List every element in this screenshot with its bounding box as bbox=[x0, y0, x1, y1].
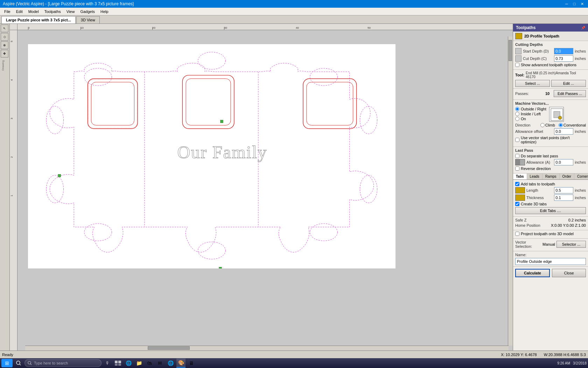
tab-tabs[interactable]: Tabs bbox=[513, 173, 527, 179]
tool-pan[interactable]: ✥ bbox=[1, 50, 8, 57]
edit-tabs-button[interactable]: Edit Tabs .... bbox=[515, 207, 586, 214]
tool-select[interactable]: ↖ bbox=[1, 25, 8, 32]
start-button[interactable]: ⊞ bbox=[1, 359, 13, 367]
start-depth-label: Start Depth (D) bbox=[523, 49, 553, 53]
tabs-length-row: Length inches bbox=[515, 187, 586, 193]
taskbar-time: 9:26 AM bbox=[557, 361, 570, 365]
taskbar-search-button[interactable] bbox=[14, 359, 23, 368]
taskbar-app-edge[interactable]: 🌐 bbox=[124, 359, 133, 368]
allowance-row: Allowance offset inches bbox=[515, 128, 586, 135]
conventional-radio[interactable] bbox=[559, 123, 563, 127]
last-pass-allowance-label: Allowance (A) bbox=[526, 160, 553, 164]
tabs-content: Add tabs to toolpath Length inches Thick… bbox=[513, 180, 588, 216]
outside-right-radio[interactable] bbox=[515, 107, 519, 111]
machine-vectors-layout: Outside / Right Inside / Left On bbox=[515, 107, 586, 122]
menu-file[interactable]: File bbox=[1, 9, 13, 14]
taskbar-search-text: Type here to search bbox=[34, 361, 68, 365]
horizontal-scrollbar[interactable] bbox=[25, 346, 509, 350]
menu-edit[interactable]: Edit bbox=[13, 9, 26, 14]
tool-zoom[interactable]: ⊕ bbox=[1, 41, 8, 49]
machine-vectors-section: Machine Vectors... Outside / Right Insid… bbox=[513, 100, 588, 147]
taskbar-voice-icon[interactable]: 🎙 bbox=[103, 359, 112, 368]
cut-depth-unit: inches bbox=[575, 56, 586, 61]
close-button[interactable]: ✕ bbox=[579, 1, 585, 7]
profile-title: 2D Profile Toolpath bbox=[524, 34, 559, 38]
inside-left-label: Inside / Left bbox=[521, 112, 541, 116]
add-tabs-checkbox[interactable] bbox=[515, 182, 519, 186]
select-tool-button[interactable]: Select ... bbox=[515, 80, 550, 87]
cutting-depths-title: Cutting Depths bbox=[515, 42, 586, 47]
tabs-thickness-label: Thickness bbox=[526, 196, 553, 200]
tool-buttons-row: Select ... Edit ... bbox=[515, 80, 586, 87]
close-button[interactable]: Close bbox=[552, 269, 586, 277]
vertical-scrollbar[interactable] bbox=[508, 36, 513, 346]
allowance-input[interactable] bbox=[554, 128, 573, 135]
reverse-direction-checkbox[interactable] bbox=[515, 166, 519, 171]
taskbar-app-misc[interactable]: 🖥 bbox=[187, 359, 196, 368]
passes-label: Passes: bbox=[515, 91, 544, 96]
create-3d-tabs-row: Create 3D tabs bbox=[515, 202, 586, 206]
taskbar-app-aspire[interactable]: 🎨 bbox=[176, 359, 186, 368]
window-controls: ─ □ ✕ bbox=[564, 1, 585, 7]
vector-start-points-checkbox[interactable] bbox=[515, 138, 519, 142]
selector-button[interactable]: Selector ... bbox=[556, 241, 586, 248]
tab-ramps[interactable]: Ramps bbox=[542, 173, 560, 179]
ruler-corner bbox=[10, 24, 18, 30]
create-3d-tabs-checkbox[interactable] bbox=[515, 202, 519, 206]
inside-left-radio[interactable] bbox=[515, 112, 519, 116]
hscroll-thumb[interactable] bbox=[148, 346, 190, 350]
climb-radio[interactable] bbox=[540, 123, 545, 127]
advanced-options-row: Show advanced toolpath options bbox=[515, 63, 586, 67]
tabbar: Large Puzzle piece with 3 7x5 pict... 3D… bbox=[0, 15, 588, 24]
status-ready: Ready bbox=[2, 353, 13, 357]
home-position-label: Home Position bbox=[515, 223, 550, 227]
tool-row: Tool: End Mill (0.25 inch)Amanda Tool 46… bbox=[515, 71, 586, 79]
tab-order[interactable]: Order bbox=[560, 173, 575, 179]
start-depth-input[interactable] bbox=[554, 48, 573, 54]
taskbar-app-mail[interactable]: ✉ bbox=[155, 359, 164, 368]
minimize-button[interactable]: ─ bbox=[564, 1, 570, 7]
tab-leads[interactable]: Leads bbox=[527, 173, 542, 179]
reverse-direction-label: Reverse direction bbox=[521, 166, 551, 171]
tab-3dview[interactable]: 3D View bbox=[76, 16, 100, 23]
on-radio[interactable] bbox=[515, 117, 519, 121]
canvas-content[interactable]: Our Family ... bbox=[18, 30, 513, 350]
maximize-button[interactable]: □ bbox=[571, 1, 578, 7]
advanced-options-checkbox[interactable] bbox=[515, 63, 519, 67]
cut-depth-input[interactable] bbox=[554, 55, 573, 62]
menu-toolpaths[interactable]: Toolpaths bbox=[42, 9, 64, 14]
taskbar-app-folder[interactable]: 📁 bbox=[134, 359, 144, 368]
last-pass-allowance-row: Allowance (A) inches bbox=[515, 159, 586, 165]
svg-rect-22 bbox=[58, 174, 61, 177]
tool-value: End Mill (0.25 inch)Amanda Tool 46170 bbox=[526, 71, 586, 79]
taskbar-app-taskview[interactable] bbox=[113, 359, 122, 368]
cut-depth-row: Cut Depth (C) inches bbox=[515, 55, 586, 62]
menu-model[interactable]: Model bbox=[26, 9, 42, 14]
menu-view[interactable]: View bbox=[64, 9, 78, 14]
taskbar-app-store[interactable]: 🛍 bbox=[145, 359, 154, 368]
panel-pin-icon[interactable]: 📌 bbox=[581, 26, 585, 30]
last-pass-allowance-unit: inches bbox=[575, 160, 586, 164]
edit-passes-button[interactable]: Edit Passes ... bbox=[554, 90, 586, 97]
profile-icon bbox=[515, 33, 522, 39]
name-input[interactable] bbox=[515, 258, 586, 265]
calculate-button[interactable]: Calculate bbox=[515, 269, 550, 277]
separate-last-pass-checkbox[interactable] bbox=[515, 154, 519, 158]
vscroll-thumb[interactable] bbox=[509, 40, 512, 61]
edit-tool-button[interactable]: Edit ... bbox=[551, 80, 586, 87]
taskbar-search-box[interactable]: Type here to search bbox=[24, 359, 102, 367]
menu-help[interactable]: Help bbox=[98, 9, 111, 14]
last-pass-allowance-input[interactable] bbox=[554, 159, 573, 165]
menu-gadgets[interactable]: Gadgets bbox=[77, 9, 98, 14]
tabs-thickness-input[interactable] bbox=[554, 195, 573, 201]
svg-line-30 bbox=[20, 364, 21, 365]
tabs-length-input[interactable] bbox=[554, 187, 573, 193]
tab-main[interactable]: Large Puzzle piece with 3 7x5 pict... bbox=[1, 16, 76, 23]
tab-corners[interactable]: Corners bbox=[574, 173, 588, 179]
tool-node[interactable]: ◇ bbox=[1, 33, 8, 41]
tabs-length-unit: inches bbox=[575, 188, 586, 192]
taskbar-app-chrome[interactable]: 🌐 bbox=[166, 359, 175, 368]
taskbar-pinned-apps: 🌐 📁 🛍 ✉ 🌐 🎨 🖥 bbox=[113, 359, 196, 368]
project-checkbox[interactable] bbox=[515, 232, 519, 236]
taskbar-system-area: 9:26 AM 3/2/2018 bbox=[557, 361, 587, 365]
